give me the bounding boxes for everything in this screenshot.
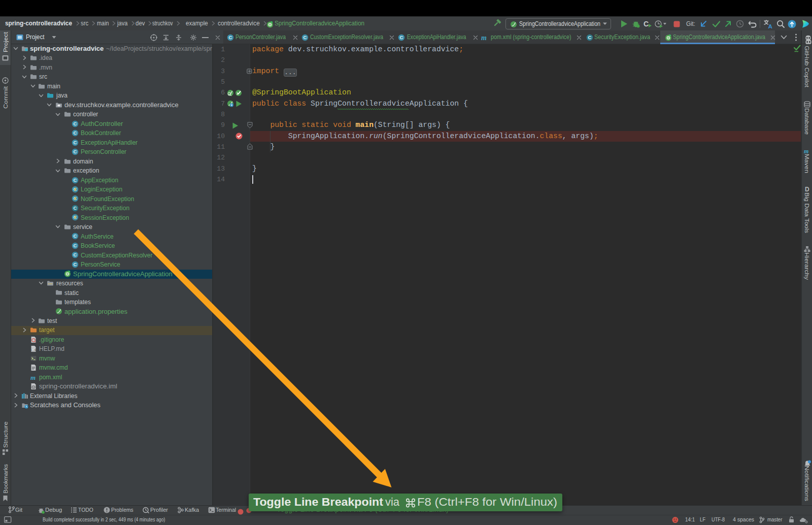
svg-text:C: C [74,261,77,267]
svg-text:C: C [74,149,77,154]
svg-text:C: C [74,140,77,145]
svg-text:C: C [74,205,77,211]
svg-text:C: C [74,121,77,126]
svg-text:C: C [229,35,232,40]
svg-text:C: C [303,35,307,40]
svg-text:C: C [74,234,77,239]
svg-text:C: C [588,35,592,40]
svg-text:MD: MD [31,349,36,351]
svg-text:C: C [74,252,77,258]
svg-text:A: A [768,23,772,29]
svg-text:C: C [644,20,649,28]
svg-text:m: m [30,374,36,381]
svg-text:C: C [74,243,77,248]
svg-text:C: C [74,177,77,183]
svg-text:m: m [481,34,487,41]
svg-text:C: C [74,130,77,136]
svg-text:C: C [400,35,403,40]
